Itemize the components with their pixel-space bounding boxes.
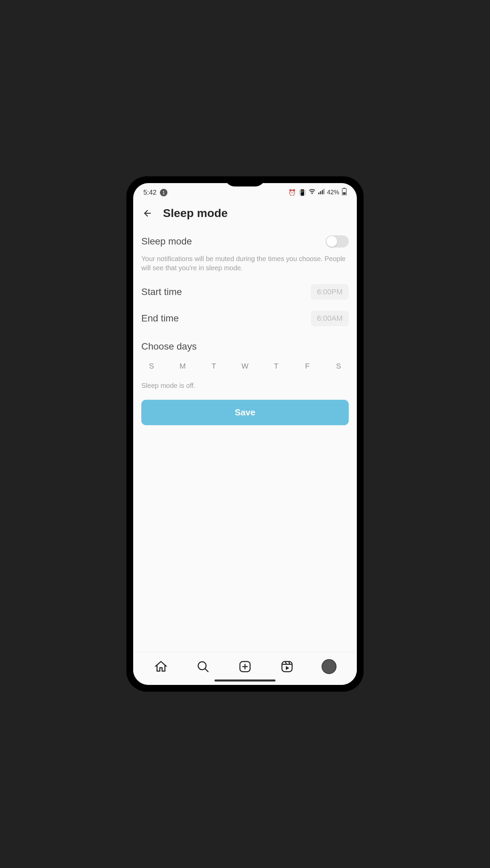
vibrate-icon: 📳 [299, 189, 306, 196]
end-time-value[interactable]: 6:00AM [311, 311, 349, 326]
days-row: S M T W T F S [141, 358, 349, 377]
sleep-mode-description: Your notifications will be muted during … [141, 253, 349, 279]
svg-rect-2 [343, 192, 346, 195]
back-button[interactable] [141, 207, 154, 219]
end-time-label: End time [141, 313, 179, 324]
home-indicator[interactable] [215, 679, 275, 682]
battery-pct: 42% [327, 189, 339, 196]
start-time-value[interactable]: 6:00PM [311, 284, 349, 300]
day-mon[interactable]: M [175, 358, 191, 374]
nav-home[interactable] [153, 658, 169, 675]
plus-square-icon [238, 660, 252, 673]
home-icon [154, 660, 168, 673]
toggle-knob [326, 236, 337, 247]
page-header: Sleep mode [133, 199, 357, 226]
day-fri[interactable]: F [299, 358, 315, 374]
status-right: ⏰ 📳 42% [288, 188, 347, 197]
page-title: Sleep mode [163, 206, 228, 220]
search-icon [196, 660, 210, 673]
status-time: 5:42 [143, 189, 157, 196]
day-thu[interactable]: T [268, 358, 284, 374]
day-wed[interactable]: W [237, 358, 253, 374]
sleep-mode-toggle[interactable] [326, 235, 349, 248]
notch [225, 176, 265, 186]
nav-search[interactable] [195, 658, 211, 675]
reels-icon [280, 660, 294, 673]
phone-frame: 5:42 1 ⏰ 📳 42% [126, 176, 364, 692]
avatar-icon [322, 659, 336, 674]
arrow-left-icon [142, 208, 152, 218]
signal-icon [318, 189, 324, 196]
battery-icon [342, 188, 347, 197]
wifi-icon [309, 189, 315, 196]
day-sat[interactable]: S [330, 358, 347, 374]
sleep-mode-toggle-row: Sleep mode [141, 230, 349, 253]
content: Sleep mode Your notifications will be mu… [133, 226, 357, 652]
nav-reels[interactable] [279, 658, 295, 675]
choose-days-label: Choose days [141, 332, 349, 358]
nav-profile[interactable] [321, 658, 337, 675]
sleep-mode-toggle-label: Sleep mode [141, 236, 192, 247]
save-button[interactable]: Save [141, 400, 349, 425]
alarm-icon: ⏰ [288, 189, 296, 196]
start-time-row[interactable]: Start time 6:00PM [141, 279, 349, 305]
screen: 5:42 1 ⏰ 📳 42% [133, 183, 357, 685]
sleep-mode-status: Sleep mode is off. [141, 377, 349, 400]
start-time-label: Start time [141, 287, 182, 297]
day-tue[interactable]: T [206, 358, 222, 374]
bottom-nav [133, 652, 357, 677]
svg-rect-8 [282, 662, 292, 672]
svg-line-4 [205, 669, 208, 672]
status-left: 5:42 1 [143, 189, 167, 196]
notification-count-badge: 1 [160, 189, 167, 196]
end-time-row[interactable]: End time 6:00AM [141, 305, 349, 332]
day-sun[interactable]: S [143, 358, 160, 374]
nav-create[interactable] [237, 658, 253, 675]
